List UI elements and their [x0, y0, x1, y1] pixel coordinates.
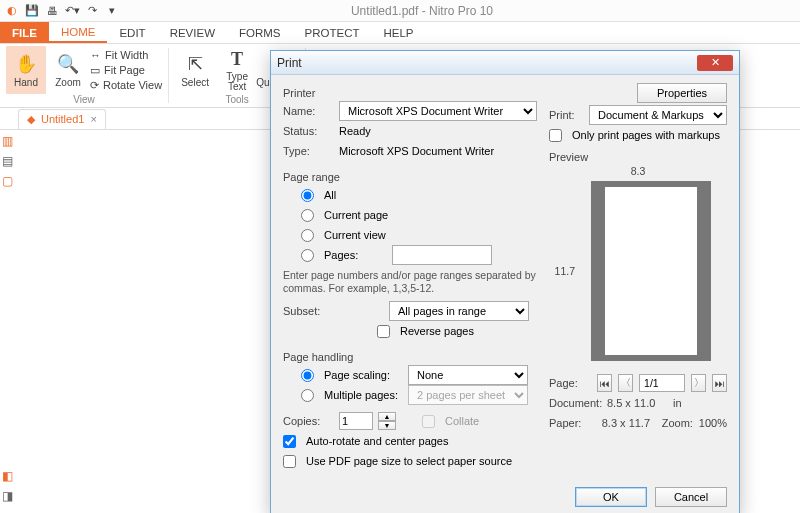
ribbon-tabs: FILE HOME EDIT REVIEW FORMS PROTECT HELP [0, 22, 800, 44]
zoom-button[interactable]: 🔍 Zoom [48, 46, 88, 94]
document-tab[interactable]: ◆ Untitled1 × [18, 109, 106, 129]
first-page-button[interactable]: ⏮ [597, 374, 612, 392]
tab-review[interactable]: REVIEW [158, 22, 227, 43]
nav-unit: in [673, 397, 682, 409]
signatures-panel-icon[interactable]: ◧ [2, 469, 16, 483]
copies-input[interactable] [339, 412, 373, 430]
reverse-label: Reverse pages [400, 325, 474, 337]
subset-select[interactable]: All pages in range [389, 301, 529, 321]
close-dialog-button[interactable]: ✕ [697, 55, 733, 71]
quick-access-toolbar: ◐ 💾 🖶 ↶▾ ↷ ▾ [0, 3, 124, 19]
nav-doc-label: Document: [549, 397, 601, 409]
reverse-checkbox[interactable] [377, 325, 390, 338]
range-current-page-label: Current page [324, 209, 388, 221]
close-tab-icon[interactable]: × [90, 113, 96, 125]
pages-panel-icon[interactable]: ▥ [2, 134, 16, 148]
only-markups-checkbox[interactable] [549, 129, 562, 142]
usepdf-label: Use PDF page size to select paper source [306, 455, 512, 467]
status-label: Status: [283, 125, 333, 137]
multiple-label: Multiple pages: [324, 389, 402, 401]
zoom-icon: 🔍 [57, 53, 79, 75]
save-icon[interactable]: 💾 [24, 3, 40, 19]
only-markups-label: Only print pages with markups [572, 129, 720, 141]
hand-icon: ✋ [15, 53, 37, 75]
dialog-footer: OK Cancel [271, 479, 739, 513]
range-all-radio[interactable] [301, 189, 314, 202]
copies-down[interactable]: ▼ [378, 421, 396, 430]
type-text-button[interactable]: T Type Text [217, 46, 257, 94]
tab-protect[interactable]: PROTECT [293, 22, 372, 43]
autorotate-checkbox[interactable] [283, 435, 296, 448]
usepdf-checkbox[interactable] [283, 455, 296, 468]
handling-section-label: Page handling [283, 351, 537, 363]
page-field[interactable] [639, 374, 685, 392]
type-label: Type: [283, 145, 333, 157]
range-all-label: All [324, 189, 336, 201]
prev-page-button[interactable]: 〈 [618, 374, 633, 392]
fit-width-button[interactable]: ↔Fit Width [90, 48, 162, 62]
rotate-label: Rotate View [103, 79, 162, 91]
print-icon[interactable]: 🖶 [44, 3, 60, 19]
nav-paper-label: Paper: [549, 417, 596, 429]
qat-more-icon[interactable]: ▾ [104, 3, 120, 19]
nav-panel-bottom: ◧ ◨ [0, 469, 18, 503]
select-button[interactable]: ⇱ Select [175, 46, 215, 94]
bookmarks-panel-icon[interactable]: ▤ [2, 154, 16, 168]
tab-forms[interactable]: FORMS [227, 22, 293, 43]
layers-panel-icon[interactable]: ▢ [2, 174, 16, 188]
scaling-select[interactable]: None [408, 365, 528, 385]
nav-zoom-value: 100% [699, 417, 727, 429]
print-what-label: Print: [549, 109, 583, 121]
range-pages-radio[interactable] [301, 249, 314, 262]
doc-icon: ◆ [27, 113, 35, 126]
collate-label: Collate [445, 415, 479, 427]
multiple-radio[interactable] [301, 389, 314, 402]
print-what-select[interactable]: Document & Markups [589, 105, 727, 125]
collate-checkbox [422, 415, 435, 428]
range-section-label: Page range [283, 171, 537, 183]
app-icon: ◐ [4, 3, 20, 19]
preview-section-label: Preview [549, 151, 727, 163]
pages-input[interactable] [392, 245, 492, 265]
cancel-button[interactable]: Cancel [655, 487, 727, 507]
type-text-label: Type Text [226, 72, 248, 92]
hand-button[interactable]: ✋ Hand [6, 46, 46, 94]
nav-doc-value: 8.5 x 11.0 [607, 397, 667, 409]
tab-help[interactable]: HELP [371, 22, 425, 43]
multiple-select: 2 pages per sheet [408, 385, 528, 405]
ok-button[interactable]: OK [575, 487, 647, 507]
rotate-view-button[interactable]: ⟳Rotate View [90, 78, 162, 92]
copies-up[interactable]: ▲ [378, 412, 396, 421]
undo-icon[interactable]: ↶▾ [64, 3, 80, 19]
select-label: Select [181, 77, 209, 88]
tab-edit[interactable]: EDIT [107, 22, 157, 43]
status-value: Ready [339, 125, 371, 137]
fit-width-label: Fit Width [105, 49, 148, 61]
range-current-page-radio[interactable] [301, 209, 314, 222]
copies-label: Copies: [283, 415, 333, 427]
hand-label: Hand [14, 77, 38, 88]
subset-label: Subset: [283, 305, 333, 317]
select-icon: ⇱ [188, 53, 203, 75]
scaling-radio[interactable] [301, 369, 314, 382]
printer-select[interactable]: Microsoft XPS Document Writer [339, 101, 537, 121]
range-note: Enter page numbers and/or page ranges se… [283, 269, 537, 295]
dialog-title: Print [277, 56, 302, 70]
properties-button[interactable]: Properties [637, 83, 727, 103]
preview-height: 11.7 [549, 265, 575, 277]
next-page-button[interactable]: 〉 [691, 374, 706, 392]
name-label: Name: [283, 105, 333, 117]
range-pages-label: Pages: [324, 249, 358, 261]
tab-home[interactable]: HOME [49, 22, 108, 43]
nav-paper-value: 8.3 x 11.7 [602, 417, 656, 429]
attachments-panel-icon[interactable]: ◨ [2, 489, 16, 503]
tab-file[interactable]: FILE [0, 22, 49, 43]
dialog-titlebar: Print ✕ [271, 51, 739, 75]
redo-icon[interactable]: ↷ [84, 3, 100, 19]
fit-page-button[interactable]: ▭Fit Page [90, 63, 162, 77]
range-current-view-radio[interactable] [301, 229, 314, 242]
preview-width: 8.3 [549, 165, 727, 177]
last-page-button[interactable]: ⏭ [712, 374, 727, 392]
print-dialog: Print ✕ Printer Name: Microsoft XPS Docu… [270, 50, 740, 513]
type-text-icon: T [231, 49, 243, 70]
